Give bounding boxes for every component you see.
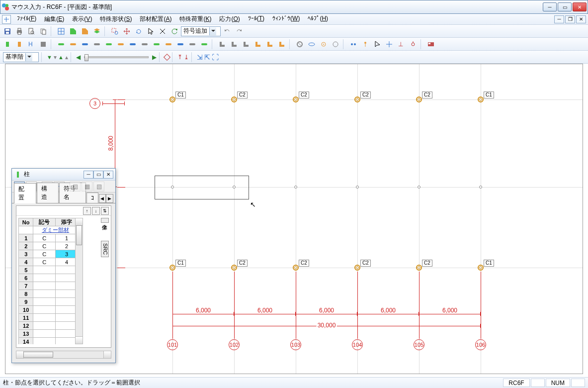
floor-down-icon[interactable]: ▼ (47, 54, 52, 60)
mdi-minimize-button[interactable]: ─ (554, 15, 564, 23)
nodes-icon[interactable] (348, 39, 359, 50)
tab-scroll-right[interactable]: ▶ (106, 194, 113, 203)
beam-8-icon[interactable] (151, 39, 162, 50)
angle-0-icon[interactable] (217, 39, 228, 50)
grid-icon[interactable] (2, 15, 11, 24)
menu-5[interactable]: 特殊荷重(K) (175, 13, 215, 25)
child-maximize-button[interactable]: ▭ (93, 171, 103, 179)
preview-icon[interactable] (26, 26, 37, 37)
menu-4[interactable]: 部材配置(A) (136, 13, 175, 25)
tag-orange-icon[interactable] (80, 26, 90, 37)
circ-icon[interactable] (330, 39, 341, 50)
menu-7[interactable]: ﾂｰﾙ(T) (244, 13, 268, 25)
menu-8[interactable]: ｳｨﾝﾄﾞｳ(W) (268, 13, 304, 25)
save-icon[interactable] (2, 26, 13, 37)
pin-icon[interactable] (360, 39, 371, 50)
align-top-icon[interactable]: ⤒ (177, 54, 182, 61)
nosym-icon[interactable] (294, 39, 305, 50)
grid-blue-icon[interactable] (56, 26, 67, 37)
cross-icon[interactable] (384, 39, 395, 50)
menu-1[interactable]: 編集(E) (40, 13, 68, 25)
sort-asc-icon[interactable]: ↑ (83, 207, 91, 215)
angle-3-icon[interactable] (252, 39, 263, 50)
sq-icon[interactable] (38, 39, 49, 50)
col-icon[interactable] (2, 39, 13, 50)
cancel-icon[interactable] (157, 26, 168, 37)
floor-up-icon[interactable]: ▲ (58, 54, 64, 60)
move-icon[interactable] (121, 26, 132, 37)
beam-10-icon[interactable] (175, 39, 186, 50)
mdi-restore-button[interactable]: ❐ (565, 15, 575, 23)
maximize-button[interactable]: ▭ (558, 2, 572, 11)
slider-prev-icon[interactable]: ◀ (76, 54, 81, 61)
child-close-button[interactable]: ✕ (103, 171, 113, 179)
beam-12-icon[interactable] (199, 39, 210, 50)
side-label-all[interactable]: 全体 (101, 218, 109, 223)
svg-marker-18 (82, 28, 88, 34)
menu-9[interactable]: ﾍﾙﾌﾟ(H) (304, 13, 332, 25)
menu-6[interactable]: 応力(O) (215, 13, 244, 25)
sort-desc-icon[interactable]: ↓ (92, 207, 100, 215)
tool-c-icon[interactable]: ▧ (93, 182, 104, 192)
sort-opt-icon[interactable]: ⇅ (101, 207, 109, 215)
tab-scroll-left[interactable]: ◀ (99, 194, 106, 203)
fit-2-icon[interactable]: ⇱ (204, 53, 210, 61)
pointer-icon[interactable] (145, 26, 156, 37)
ellipse-icon[interactable] (306, 39, 317, 50)
tool-b-icon[interactable]: ▦ (82, 182, 92, 192)
undo-icon[interactable] (222, 26, 233, 37)
child-vscroll[interactable] (75, 218, 83, 344)
comp-icon[interactable] (408, 39, 419, 50)
copy-icon[interactable] (38, 26, 49, 37)
align-bottom-icon[interactable]: ⤓ (184, 54, 189, 61)
mdi-close-button[interactable]: ✕ (576, 15, 586, 23)
angle-5-icon[interactable] (276, 39, 287, 50)
floor-combo[interactable]: 基準階 (3, 52, 39, 62)
beam-1-icon[interactable] (68, 39, 79, 50)
col2-icon[interactable] (14, 39, 25, 50)
angle-1-icon[interactable] (229, 39, 240, 50)
child-hscroll[interactable] (16, 351, 111, 359)
side-label-src[interactable]: SRC (101, 241, 109, 257)
beam-5-icon[interactable] (115, 39, 126, 50)
tab-1[interactable]: 構 造 (37, 183, 59, 203)
beam-4-icon[interactable] (103, 39, 114, 50)
print-icon[interactable] (14, 26, 25, 37)
beam-11-icon[interactable] (187, 39, 198, 50)
beam-9-icon[interactable] (163, 39, 174, 50)
layers-icon[interactable] (91, 26, 102, 37)
child-minimize-button[interactable]: ─ (84, 171, 93, 179)
refresh-icon[interactable] (169, 26, 180, 37)
slider-next-icon[interactable]: ▶ (152, 54, 157, 61)
rotate-icon[interactable] (133, 26, 144, 37)
fit-3-icon[interactable]: ⛶ (212, 53, 219, 61)
minimize-button[interactable]: ─ (543, 2, 557, 11)
close-button[interactable]: ✕ (573, 2, 587, 11)
slider[interactable] (84, 56, 149, 58)
angle-2-icon[interactable] (241, 39, 252, 50)
diamond-icon[interactable] (164, 53, 170, 60)
beam-2-icon[interactable] (80, 39, 90, 50)
menu-2[interactable]: 表示(V) (68, 13, 96, 25)
svg-point-53 (351, 43, 353, 45)
sel-icon[interactable] (372, 39, 383, 50)
angle-4-icon[interactable] (264, 39, 275, 50)
perp-icon[interactable]: ⊥ (396, 39, 407, 50)
fit-1-icon[interactable]: ⇲ (197, 53, 203, 61)
tool-a-icon[interactable]: ▨ (70, 182, 81, 192)
calc-icon[interactable] (425, 39, 436, 50)
menu-0[interactable]: ﾌｧｲﾙ(F) (13, 13, 40, 25)
beam-6-icon[interactable] (127, 39, 138, 50)
zoom-area-icon[interactable] (109, 26, 120, 37)
tab-0[interactable]: 配 置 (14, 183, 36, 203)
beam-3-icon[interactable] (91, 39, 102, 50)
redo-icon[interactable] (234, 26, 245, 37)
h-icon[interactable]: H (26, 39, 37, 50)
beam-7-icon[interactable] (139, 39, 150, 50)
target-icon[interactable] (318, 39, 329, 50)
tag-green-icon[interactable] (68, 26, 79, 37)
tab-3[interactable]: ｺ (86, 193, 98, 203)
menu-3[interactable]: 特殊形状(S) (96, 13, 136, 25)
action-combo[interactable]: 符号追加 (181, 26, 221, 36)
beam-0-icon[interactable] (56, 39, 67, 50)
